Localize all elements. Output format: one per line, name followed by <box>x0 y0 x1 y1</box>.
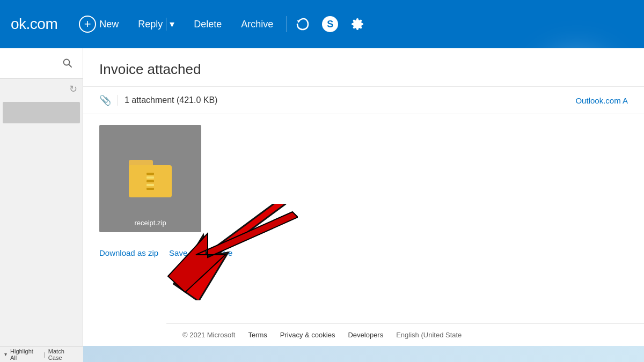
download-links: Download as zip Save to OneDrive <box>83 243 644 263</box>
toolbar: ok.com + New Reply ▾ Delete Archive S <box>0 0 644 48</box>
footer-privacy-link[interactable]: Privacy & cookies <box>280 331 335 339</box>
attachment-content: receipt.zip <box>83 114 644 243</box>
paperclip-icon: 📎 <box>99 94 111 106</box>
footer-copyright: © 2021 Microsoft <box>182 331 235 339</box>
attachment-bar-divider <box>118 95 118 106</box>
delete-button[interactable]: Delete <box>185 14 230 34</box>
gear-icon <box>351 18 364 31</box>
zip-line-2 <box>147 176 154 179</box>
file-thumbnail[interactable]: receipt.zip <box>99 125 201 232</box>
footer-language: English (United State <box>396 331 462 339</box>
find-bar-match-case[interactable]: Match Case <box>48 348 79 361</box>
attachment-bar: 📎 1 attachment (421.0 KB) Outlook.com A <box>83 87 644 114</box>
search-button[interactable] <box>58 54 77 73</box>
email-header: Invoice attached <box>83 48 644 87</box>
search-icon <box>63 58 72 68</box>
find-bar: ▾ Highlight All | Match Case <box>0 346 83 362</box>
folder-body <box>129 165 172 197</box>
sidebar-selected-item[interactable] <box>3 102 80 123</box>
file-name: receipt.zip <box>99 219 201 227</box>
email-subject: Invoice attached <box>99 61 628 78</box>
archive-label: Archive <box>241 19 273 30</box>
toolbar-sep-1 <box>286 16 287 32</box>
zip-lines <box>147 173 154 190</box>
reply-button[interactable]: Reply ▾ <box>129 13 183 35</box>
reply-dropdown-arrow[interactable]: ▾ <box>170 18 174 30</box>
footer-terms-link[interactable]: Terms <box>248 331 267 339</box>
zip-line-5 <box>147 188 154 190</box>
sidebar-refresh-area: ↻ <box>0 79 83 99</box>
attachment-count: 1 attachment (421.0 KB) <box>125 95 569 105</box>
sidebar-search-area <box>0 48 83 79</box>
reply-label: Reply <box>138 19 163 30</box>
download-zip-link[interactable]: Download as zip <box>99 248 158 257</box>
save-onedrive-link[interactable]: Save to OneDrive <box>169 248 232 257</box>
reply-divider <box>166 18 166 31</box>
zip-folder-icon <box>129 160 172 197</box>
zip-line-1 <box>147 173 154 175</box>
footer: © 2021 Microsoft Terms Privacy & cookies… <box>166 323 644 346</box>
zip-line-3 <box>147 180 154 182</box>
new-label: New <box>99 19 119 30</box>
skype-icon: S <box>322 16 338 32</box>
main-content: Invoice attached 📎 1 attachment (421.0 K… <box>83 48 644 346</box>
undo-button[interactable] <box>291 13 314 35</box>
find-bar-highlight[interactable]: Highlight All <box>10 348 40 361</box>
settings-button[interactable] <box>346 13 369 35</box>
archive-button[interactable]: Archive <box>232 14 282 34</box>
delete-label: Delete <box>194 19 222 30</box>
undo-icon <box>296 18 309 31</box>
new-icon: + <box>79 16 96 33</box>
skype-button[interactable]: S <box>317 12 343 36</box>
refresh-button[interactable]: ↻ <box>69 83 77 95</box>
new-button[interactable]: + New <box>70 11 127 37</box>
footer-developers-link[interactable]: Developers <box>348 331 383 339</box>
brand-name: ok.com <box>11 16 57 33</box>
zip-line-4 <box>147 184 154 186</box>
sidebar: ↻ <box>0 48 83 346</box>
outlook-link[interactable]: Outlook.com A <box>575 96 628 105</box>
find-bar-chevron[interactable]: ▾ <box>4 351 7 357</box>
svg-line-1 <box>69 64 71 67</box>
